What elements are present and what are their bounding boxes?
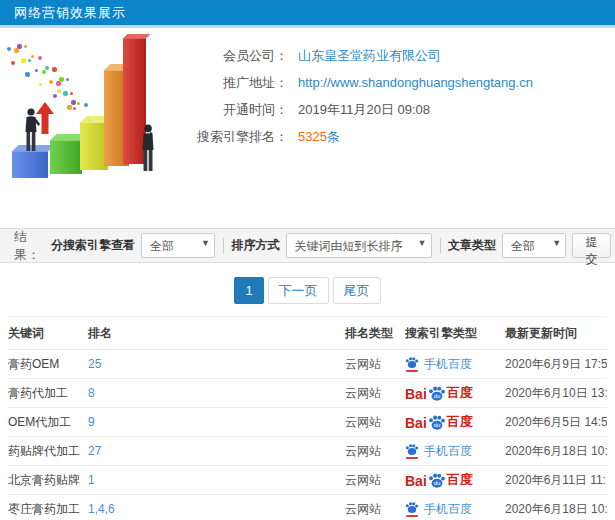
header-bar: 网络营销效果展示 — [0, 0, 615, 28]
confetti-dot — [14, 48, 19, 53]
next-page-button[interactable]: 下一页 — [268, 277, 329, 304]
results-table: 关键词 排名 排名类型 搜索引擎类型 最新更新时间 膏药OEM 25 云网站 — [8, 316, 607, 520]
mobile-baidu-badge: 手机百度 — [405, 356, 472, 373]
rank-type-cell: 云网站 — [345, 466, 405, 495]
pagination: 1 下一页 尾页 — [0, 277, 615, 304]
engine-cell: Bai du 百度 — [405, 379, 505, 408]
updated-cell: 2020年6月18日 10:19 — [505, 495, 607, 520]
last-page-button[interactable]: 尾页 — [333, 277, 381, 304]
confetti-dot — [56, 81, 61, 86]
member-company-link[interactable]: 山东皇圣堂药业有限公司 — [298, 47, 441, 65]
baidu-paw-icon — [405, 443, 419, 459]
baidu-logo-bai: Bai — [405, 473, 427, 489]
filter-separator — [223, 238, 224, 254]
svg-text:du: du — [433, 480, 440, 486]
confetti-dot — [24, 45, 27, 48]
confetti-dot — [77, 102, 80, 105]
rank-link[interactable]: 1 — [88, 466, 345, 495]
engine-rank-value: 5325条 — [298, 128, 340, 146]
confetti-dot — [66, 78, 69, 81]
col-header-keyword: 关键词 — [8, 317, 88, 350]
sort-filter-wrap: 关键词由短到长排序 ▼ — [286, 233, 432, 258]
rank-link[interactable]: 27 — [88, 437, 345, 466]
svg-text:du: du — [433, 393, 440, 399]
baidu-paw-du-icon: du — [428, 414, 446, 431]
promo-url-link[interactable]: http://www.shandonghuangshengtang.cn — [298, 75, 533, 90]
engine-rank-row: 搜索引擎排名： 5325条 — [196, 123, 615, 150]
col-header-rank: 排名 — [88, 317, 345, 350]
rank-type-cell: 云网站 — [345, 379, 405, 408]
engine-rank-label: 搜索引擎排名： — [196, 128, 288, 146]
confetti-dot — [25, 72, 30, 77]
table-row: 膏药OEM 25 云网站 手机百度 2020年6月9日 17:50 — [8, 350, 607, 379]
filter-controls: 分搜索引擎查看 全部 ▼ 排序方式 关键词由短到长排序 ▼ 文章类型 全部 ▼ … — [51, 233, 611, 258]
page-1-button[interactable]: 1 — [234, 277, 263, 304]
rank-link[interactable]: 25 — [88, 350, 345, 379]
sort-filter-select[interactable]: 关键词由短到长排序 — [286, 233, 432, 258]
confetti-dot — [67, 105, 72, 110]
confetti-dot — [17, 44, 22, 49]
engine-label: 手机百度 — [424, 443, 472, 460]
col-header-ranktype: 排名类型 — [345, 317, 405, 350]
open-time-row: 开通时间： 2019年11月20日 09:08 — [196, 96, 615, 123]
confetti-dot — [49, 80, 53, 84]
confetti-dot — [31, 55, 34, 58]
article-type-wrap: 全部 ▼ — [502, 233, 566, 258]
confetti-dot — [73, 107, 76, 110]
confetti-dot — [63, 91, 68, 96]
promo-url-label: 推广地址： — [196, 74, 288, 92]
confetti-dot — [57, 89, 61, 93]
confetti-dot — [21, 58, 26, 63]
confetti-dot — [38, 56, 42, 60]
mobile-baidu-badge: 手机百度 — [405, 443, 472, 460]
rank-link[interactable]: 8 — [88, 379, 345, 408]
rank-link[interactable]: 1,4,6 — [88, 495, 345, 520]
col-header-engine: 搜索引擎类型 — [405, 317, 505, 350]
confetti-dot — [42, 70, 46, 74]
baidu-paw-icon — [405, 356, 419, 372]
table-row: 北京膏药贴牌 1 云网站 Bai du 百度 2020年6月11日 11:18 — [8, 466, 607, 495]
table-row: 药贴牌代加工 27 云网站 手机百度 2020年6月18日 10: — [8, 437, 607, 466]
engine-cell: 手机百度 — [405, 350, 505, 379]
article-type-select[interactable]: 全部 — [502, 233, 566, 258]
engine-filter-select[interactable]: 全部 — [141, 233, 215, 258]
rank-type-cell: 云网站 — [345, 350, 405, 379]
engine-cell: 手机百度 — [405, 437, 505, 466]
engine-label: 手机百度 — [424, 501, 472, 518]
confetti-dot — [11, 61, 15, 65]
confetti-dot — [28, 59, 31, 62]
baidu-paw-du-icon: du — [428, 385, 446, 402]
results-area: 关键词 排名 排名类型 搜索引擎类型 最新更新时间 膏药OEM 25 云网站 — [8, 316, 607, 520]
filter-bar: 结果： 分搜索引擎查看 全部 ▼ 排序方式 关键词由短到长排序 ▼ 文章类型 全… — [0, 228, 615, 263]
chart-bar-green — [50, 140, 82, 174]
baidu-paw-du-icon: du — [428, 472, 446, 489]
table-row: 枣庄膏药加工 1,4,6 云网站 手机百度 2020年6月18日 — [8, 495, 607, 520]
rank-type-cell: 云网站 — [345, 437, 405, 466]
baidu-logo-cn: 百度 — [447, 471, 473, 489]
updated-cell: 2020年6月5日 14:57 — [505, 408, 607, 437]
table-body: 膏药OEM 25 云网站 手机百度 2020年6月9日 17:50 — [8, 350, 607, 520]
businessman-left-figure — [21, 108, 41, 154]
confetti-dot — [39, 83, 42, 86]
engine-cell: 手机百度 — [405, 495, 505, 520]
table-row: 膏药代加工 8 云网站 Bai du 百度 2020年6月10日 13:40 — [8, 379, 607, 408]
rank-type-cell: 云网站 — [345, 408, 405, 437]
chart-bar-blue — [12, 151, 48, 178]
confetti-dot — [7, 47, 11, 51]
table-row: OEM代加工 9 云网站 Bai du 百度 2020年6月5日 14:57 — [8, 408, 607, 437]
member-company-row: 会员公司： 山东皇圣堂药业有限公司 — [196, 42, 615, 69]
keyword-cell: 膏药代加工 — [8, 379, 88, 408]
confetti-dot — [70, 92, 73, 95]
baidu-logo-cn: 百度 — [447, 384, 473, 402]
rank-type-cell: 云网站 — [345, 495, 405, 520]
confetti-dot — [45, 66, 49, 70]
svg-text:du: du — [433, 422, 440, 428]
keyword-cell: 药贴牌代加工 — [8, 437, 88, 466]
paw-underline-decoration — [406, 515, 418, 517]
member-info: 会员公司： 山东皇圣堂药业有限公司 推广地址： http://www.shand… — [196, 34, 615, 192]
open-time-value: 2019年11月20日 09:08 — [298, 101, 430, 119]
keyword-cell: 北京膏药贴牌 — [8, 466, 88, 495]
submit-button[interactable]: 提交 — [572, 233, 611, 258]
result-label: 结果： — [14, 228, 51, 264]
rank-link[interactable]: 9 — [88, 408, 345, 437]
